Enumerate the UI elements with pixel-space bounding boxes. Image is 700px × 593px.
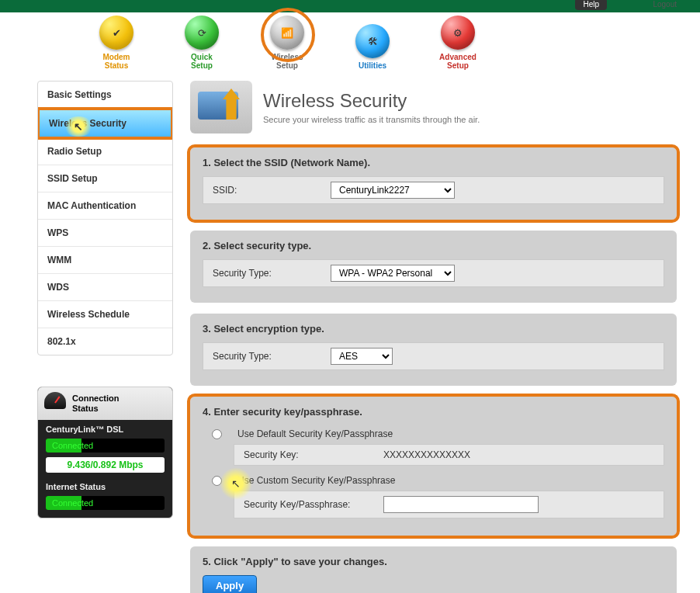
- security-type-select[interactable]: WPA - WPA2 Personal: [331, 265, 455, 282]
- apply-button[interactable]: Apply: [203, 575, 257, 593]
- wireless-submenu: Basic Settings Wireless Security ↖ Radio…: [37, 81, 173, 355]
- internet-title: Internet Status: [38, 477, 172, 493]
- encryption-label: Security Type:: [213, 351, 321, 362]
- dsl-title: CenturyLink™ DSL: [38, 420, 172, 435]
- page-hero-icon: [190, 81, 252, 134]
- sidebar-item-label: Wireless Security: [49, 118, 126, 129]
- wireless-setup-icon: 📶: [270, 16, 304, 50]
- quick-setup-icon: ⟳: [185, 16, 219, 50]
- gauge-icon: [44, 392, 66, 409]
- custom-key-input[interactable]: [383, 496, 539, 513]
- modem-status-icon: ✔: [99, 16, 133, 50]
- step-5-heading: 5. Click "Apply" to save your changes.: [203, 556, 664, 567]
- step-4-heading: 4. Enter security key/passphrase.: [203, 406, 664, 418]
- default-key-row: Security Key: XXXXXXXXXXXXXX: [234, 444, 664, 466]
- nav-modem-status[interactable]: ✔ ModemStatus: [85, 16, 147, 70]
- ssid-row: SSID: CenturyLink2227: [203, 176, 664, 204]
- nav-quick-setup[interactable]: ⟳ QuickSetup: [171, 16, 233, 70]
- nav-wireless-setup[interactable]: 📶 WirelessSetup: [256, 16, 318, 70]
- dsl-status-bar: Connected: [46, 439, 165, 453]
- utilities-icon: 🛠: [355, 24, 390, 58]
- sidebar-item-basic-settings[interactable]: Basic Settings: [38, 81, 172, 109]
- step-1-block: 1. Select the SSID (Network Name). SSID:…: [190, 147, 677, 220]
- help-button[interactable]: Help: [575, 0, 607, 10]
- use-default-label: Use Default Security Key/Passphrase: [237, 428, 393, 439]
- use-custom-radio[interactable]: [212, 476, 222, 486]
- default-key-value: XXXXXXXXXXXXXX: [383, 449, 470, 460]
- sidebar-item-wireless-schedule[interactable]: Wireless Schedule: [38, 301, 172, 328]
- use-default-radio[interactable]: [212, 429, 222, 439]
- sidebar-item-mac-authentication[interactable]: MAC Authentication: [38, 192, 172, 220]
- security-type-row: Security Type: WPA - WPA2 Personal: [203, 259, 664, 287]
- sidebar-item-wds[interactable]: WDS: [38, 274, 172, 301]
- sidebar-item-wireless-security[interactable]: Wireless Security ↖: [38, 109, 172, 138]
- use-custom-label: Use Custom Security Key/Passphrase: [237, 475, 395, 486]
- step-2-heading: 2. Select security type.: [203, 240, 664, 251]
- custom-key-row: Security Key/Passphrase:: [234, 491, 664, 518]
- internet-status-bar: Connected: [46, 496, 165, 510]
- step-1-heading: 1. Select the SSID (Network Name).: [203, 157, 664, 168]
- step-4-block: 4. Enter security key/passphrase. Use De…: [190, 397, 677, 536]
- nav-advanced-setup[interactable]: ⚙ AdvancedSetup: [427, 16, 489, 70]
- sidebar-item-radio-setup[interactable]: Radio Setup: [38, 138, 172, 165]
- step-5-block: 5. Click "Apply" to save your changes. A…: [190, 546, 677, 593]
- encryption-row: Security Type: AES: [203, 342, 664, 370]
- default-key-label: Security Key:: [244, 449, 368, 460]
- connection-status-widget: ConnectionStatus CenturyLink™ DSL Connec…: [37, 387, 173, 518]
- use-custom-row: ↖ Use Custom Security Key/Passphrase: [203, 472, 664, 489]
- sidebar-item-8021x[interactable]: 802.1x: [38, 328, 172, 355]
- step-3-heading: 3. Select encryption type.: [203, 323, 664, 335]
- nav-utilities[interactable]: 🛠 Utilities: [341, 24, 404, 70]
- page-subtitle: Secure your wireless traffic as it trans…: [263, 115, 480, 124]
- step-2-block: 2. Select security type. Security Type: …: [190, 231, 677, 303]
- ssid-label: SSID:: [213, 185, 321, 196]
- use-default-row: Use Default Security Key/Passphrase: [203, 425, 664, 442]
- advanced-setup-icon: ⚙: [441, 16, 475, 50]
- top-nav: ✔ ModemStatus ⟳ QuickSetup 📶 WirelessSet…: [0, 12, 700, 81]
- step-3-block: 3. Select encryption type. Security Type…: [190, 314, 677, 386]
- logout-link[interactable]: Logout: [653, 0, 677, 9]
- custom-key-label: Security Key/Passphrase:: [244, 499, 368, 510]
- sidebar-item-wmm[interactable]: WMM: [38, 247, 172, 274]
- security-type-label: Security Type:: [213, 268, 321, 279]
- ssid-select[interactable]: CenturyLink2227: [331, 182, 455, 199]
- sidebar-item-ssid-setup[interactable]: SSID Setup: [38, 165, 172, 192]
- page-title: Wireless Security: [263, 90, 480, 112]
- sidebar-item-wps[interactable]: WPS: [38, 220, 172, 247]
- encryption-select[interactable]: AES: [331, 348, 393, 365]
- dsl-speed: 9.436/0.892 Mbps: [46, 457, 165, 473]
